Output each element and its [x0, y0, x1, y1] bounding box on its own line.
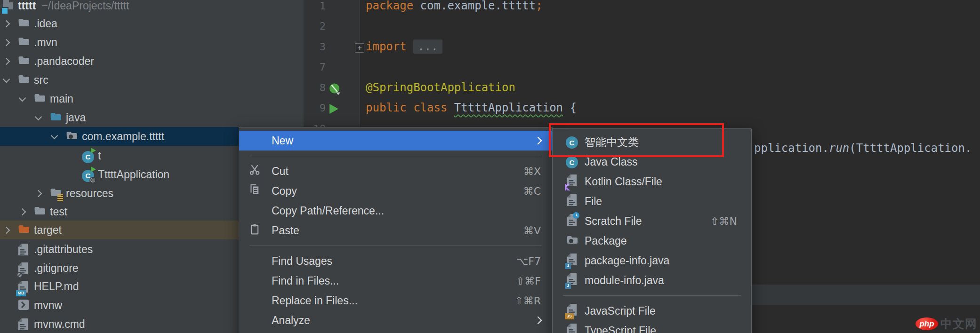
folder-resources-icon	[50, 187, 62, 200]
menu-item-typescript-file[interactable]: TSTypeScript File	[553, 321, 751, 333]
folder-excluded-icon	[18, 224, 30, 237]
folder-icon	[18, 55, 30, 68]
line-number: 3	[304, 41, 326, 53]
tree-item-main[interactable]: main	[0, 89, 304, 108]
line-number: 2	[304, 20, 326, 32]
code-line-9[interactable]: public class TttttApplication {	[366, 101, 577, 114]
folder-icon	[18, 36, 30, 49]
menu-item-package[interactable]: Package	[553, 231, 751, 251]
watermark-text: 中文网	[940, 316, 977, 332]
line-number: 1	[304, 0, 326, 12]
line-number: 7	[304, 61, 326, 73]
chevron-down-icon[interactable]	[19, 95, 26, 102]
chevron-down-icon[interactable]	[35, 113, 42, 121]
cut-icon	[249, 164, 261, 179]
tree-item-java[interactable]: java	[0, 108, 304, 127]
menu-item-scratch-file[interactable]: Scratch File⇧⌘N	[553, 211, 751, 231]
annotation-highlight-box	[549, 123, 724, 157]
folder-source-icon	[50, 111, 62, 124]
chevron-down-icon[interactable]	[51, 132, 58, 140]
gutter-run-marker[interactable]	[329, 103, 339, 117]
file-markdown-icon: MD	[18, 280, 28, 296]
shortcut-hint: ⌥F7	[516, 255, 541, 267]
folder-icon	[34, 93, 46, 105]
file-text-icon	[18, 243, 28, 259]
file-java-icon: J	[567, 273, 577, 288]
menu-separator	[249, 156, 542, 156]
chevron-down-icon[interactable]	[3, 76, 10, 83]
menu-item-package-info-java[interactable]: Jpackage-info.java	[553, 251, 751, 270]
chevron-right-icon[interactable]	[3, 58, 10, 65]
project-icon	[2, 0, 14, 13]
submenu-arrow-icon	[534, 137, 542, 145]
menu-item-cut[interactable]: Cut⌘X	[239, 161, 552, 181]
folder-icon	[18, 17, 30, 30]
chevron-right-icon[interactable]	[3, 39, 10, 47]
menu-item-replace-in-files[interactable]: Replace in Files...⇧⌘R	[239, 291, 552, 310]
code-line-fragment[interactable]: pplication.run(TttttApplication.	[754, 142, 972, 155]
shortcut-hint: ⇧⌘N	[710, 215, 737, 227]
php-logo-icon: php	[916, 317, 938, 330]
chevron-right-icon[interactable]	[3, 227, 10, 234]
file-text-icon	[18, 318, 28, 333]
spring-bean-icon	[329, 83, 341, 97]
tree-item-.pandacoder[interactable]: .pandacoder	[0, 52, 304, 71]
menu-item-copy[interactable]: Copy⌘C	[239, 181, 552, 201]
line-number: 8	[304, 82, 326, 94]
package-icon	[66, 130, 78, 143]
paste-icon	[249, 223, 261, 238]
menu-item-paste[interactable]: Paste⌘V	[239, 221, 552, 240]
folder-icon	[18, 74, 30, 87]
project-path: ~/IdeaProjects/ttttt	[41, 0, 129, 12]
file-ts-icon: TS	[567, 323, 577, 333]
copy-icon	[249, 183, 261, 198]
folder-icon	[34, 206, 46, 218]
run-icon	[329, 103, 339, 117]
chevron-right-icon[interactable]	[35, 190, 42, 198]
project-name: ttttt	[18, 0, 36, 12]
code-line-3[interactable]: import ...	[366, 40, 442, 53]
menu-item-javascript-file[interactable]: JSJavaScript File	[553, 301, 751, 321]
watermark: php 中文网	[916, 316, 977, 332]
class-icon: C	[566, 155, 578, 169]
chevron-right-icon[interactable]	[19, 208, 26, 216]
shortcut-hint: ⇧⌘R	[514, 295, 541, 307]
gutter-spring-bean-marker[interactable]	[329, 83, 341, 97]
class-run-icon: C	[82, 150, 94, 163]
menu-separator	[249, 246, 542, 246]
tree-item-.mvn[interactable]: .mvn	[0, 33, 304, 52]
menu-item-analyze[interactable]: Analyze	[239, 310, 552, 330]
menu-separator	[563, 295, 741, 296]
submenu-arrow-icon	[534, 317, 542, 325]
menu-item-find-in-files[interactable]: Find in Files...⇧⌘F	[239, 271, 552, 291]
chevron-right-icon[interactable]	[3, 20, 10, 28]
fold-expand-button[interactable]: +	[355, 43, 364, 53]
menu-item-new[interactable]: New	[239, 131, 552, 151]
shortcut-hint: ⇧⌘F	[516, 275, 541, 287]
code-line-1[interactable]: package com.example.ttttt;	[366, 0, 543, 12]
menu-item-find-usages[interactable]: Find Usages⌥F7	[239, 251, 552, 271]
tree-item-.idea[interactable]: .idea	[0, 14, 304, 33]
shortcut-hint: ⌘V	[523, 225, 541, 237]
menu-item-kotlin-class-file[interactable]: Kotlin Class/File	[553, 172, 751, 191]
file-java-icon: J	[567, 253, 577, 269]
menu-item-file[interactable]: File	[553, 191, 751, 211]
menu-item-copy-path-reference[interactable]: Copy Path/Reference...	[239, 201, 552, 221]
new-submenu: C智能中文类CJava ClassKotlin Class/FileFileSc…	[552, 128, 752, 333]
ide-window: 1package com.example.ttttt;23+import ...…	[0, 0, 980, 333]
shortcut-hint: ⌘C	[523, 185, 541, 197]
line-number: 9	[304, 102, 326, 114]
file-icon	[567, 194, 577, 209]
menu-item-module-info-java[interactable]: Jmodule-info.java	[553, 270, 751, 290]
context-menu: NewCut⌘XCopy⌘CCopy Path/Reference...Past…	[239, 127, 553, 333]
package-dir-icon	[566, 235, 578, 247]
file-shell-icon	[18, 299, 29, 313]
code-line-8[interactable]: @SpringBootApplication	[366, 81, 515, 94]
file-ignore-icon	[18, 262, 28, 278]
shortcut-hint: ⌘X	[523, 166, 541, 177]
class-boot-icon: C	[82, 168, 94, 182]
kotlin-icon	[567, 174, 577, 190]
tree-item-project-root[interactable]: ttttt~/IdeaProjects/ttttt	[0, 0, 304, 15]
scratch-icon	[567, 214, 577, 229]
tree-item-src[interactable]: src	[0, 71, 304, 89]
